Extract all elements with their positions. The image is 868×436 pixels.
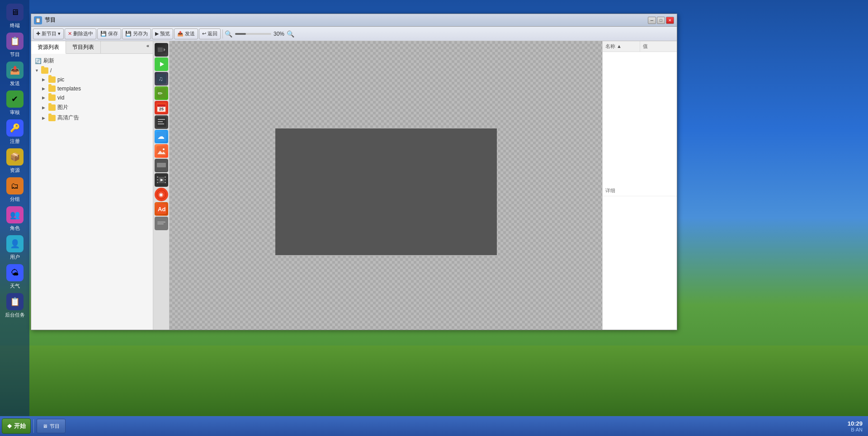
tree-label-vid: vid: [57, 95, 64, 101]
roles-icon: 👥: [6, 206, 24, 223]
zoom-slider[interactable]: [235, 33, 271, 35]
sidebar-item-assets[interactable]: 📦 资源: [2, 147, 28, 175]
sidebar-item-groups[interactable]: 🗂 分组: [2, 176, 28, 204]
svg-text:25: 25: [159, 107, 164, 111]
svg-text:Ad: Ad: [158, 206, 165, 213]
send-toolbar-button[interactable]: 📤 发送: [174, 28, 198, 39]
save-button[interactable]: 💾 保存: [97, 28, 121, 39]
svg-text:♫: ♫: [158, 75, 163, 82]
tool-weather[interactable]: ☁: [155, 130, 168, 143]
title-bar: 📋 节目 ─ □ ✕: [31, 14, 677, 27]
tree-item-images[interactable]: ▶ 图片: [31, 102, 153, 113]
zoom-icon-minus[interactable]: 🔍: [225, 30, 232, 38]
groups-icon: 🗂: [6, 177, 24, 194]
sidebar-item-send[interactable]: 📤 发送: [2, 60, 28, 88]
program-icon: 📋: [6, 33, 24, 50]
sidebar-item-roles[interactable]: 👥 角色: [2, 205, 28, 233]
detail-label: 详细: [603, 185, 677, 196]
review-icon: ✔: [6, 90, 24, 108]
sidebar-item-register[interactable]: 🔑 注册: [2, 118, 28, 146]
svg-rect-38: [157, 222, 165, 223]
panel-collapse-button[interactable]: «: [143, 41, 153, 53]
taskbar-window-label: 节目: [50, 423, 60, 430]
refresh-label: 刷新: [43, 57, 54, 65]
folder-icon-pic: [48, 76, 56, 83]
tree-item-vid[interactable]: ▶ vid: [31, 93, 153, 102]
back-button[interactable]: ↩ 返回: [199, 28, 221, 39]
svg-rect-23: [157, 163, 166, 167]
tool-photo[interactable]: [155, 144, 168, 158]
saveas-button[interactable]: 💾 另存为: [122, 28, 151, 39]
start-button[interactable]: ❖ 开始: [2, 418, 31, 434]
tool-red-round[interactable]: ◉: [155, 188, 168, 201]
zoom-icon-plus[interactable]: 🔍: [287, 30, 294, 38]
sidebar-label-weather: 天气: [10, 283, 20, 289]
sidebar-item-program[interactable]: 📋 节目: [2, 31, 28, 59]
sidebar-label-terminal: 终端: [10, 22, 20, 29]
content-area: 资源列表 节目列表 « 🔄 刷新 ▼ / ▶: [31, 41, 677, 330]
right-panel-content: [603, 52, 677, 185]
tool-gray[interactable]: [155, 217, 168, 230]
tree-refresh[interactable]: 🔄 刷新: [31, 56, 153, 66]
refresh-icon: 🔄: [35, 58, 42, 64]
right-panel: 名称 ▲ 值 详细: [602, 41, 677, 330]
zoom-label: 30%: [272, 31, 286, 37]
sidebar-item-terminal[interactable]: 🖥 终端: [2, 2, 28, 30]
tree-item-templates[interactable]: ▶ templates: [31, 84, 153, 93]
tool-music[interactable]: ♫: [155, 72, 168, 85]
window-controls: ─ □ ✕: [648, 17, 674, 24]
sidebar-item-tasks[interactable]: 📋 后台任务: [2, 292, 28, 320]
tool-film[interactable]: [155, 173, 168, 187]
taskbar-window-button[interactable]: 🖥 节目: [37, 419, 66, 433]
svg-rect-26: [157, 179, 158, 180]
tab-playlist[interactable]: 节目列表: [66, 41, 101, 53]
new-icon: ✚: [36, 31, 40, 37]
tool-gauge[interactable]: [155, 115, 168, 129]
tree-item-root[interactable]: ▼ /: [31, 66, 153, 75]
tree-item-pic[interactable]: ▶ pic: [31, 75, 153, 84]
tool-video[interactable]: [155, 43, 168, 57]
folder-icon-root: [41, 67, 48, 74]
tool-play[interactable]: [155, 57, 168, 71]
right-panel-detail-content: [603, 196, 677, 330]
taskbar-separator: [33, 419, 34, 433]
canvas-area[interactable]: [170, 41, 602, 330]
svg-rect-29: [165, 179, 166, 180]
back-icon: ↩: [202, 31, 206, 37]
sidebar-label-users: 用户: [10, 254, 20, 261]
tree-label-images: 图片: [57, 104, 68, 111]
tree-label-templates: templates: [57, 85, 81, 92]
sidebar-item-review[interactable]: ✔ 审核: [2, 89, 28, 117]
sidebar-label-groups: 分组: [10, 196, 20, 203]
tree-item-hd-ads[interactable]: ▶ 高清广告: [31, 113, 153, 123]
tool-screen[interactable]: [155, 159, 168, 172]
sidebar-item-weather[interactable]: 🌤 天气: [2, 263, 28, 291]
window-title: 节目: [45, 16, 648, 24]
file-tree: 🔄 刷新 ▼ / ▶ pic ▶: [31, 54, 153, 330]
window-icon: 📋: [34, 16, 42, 24]
brand-label: B·AN: [848, 427, 863, 432]
close-button[interactable]: ✕: [666, 17, 674, 24]
tab-resources[interactable]: 资源列表: [31, 41, 66, 54]
folder-icon-vid: [48, 95, 56, 101]
svg-rect-39: [157, 223, 164, 224]
taskbar: ❖ 开始 🖥 节目 10:29 B·AN: [0, 416, 868, 436]
maximize-button[interactable]: □: [657, 17, 665, 24]
left-sidebar: 🖥 终端 📋 节目 📤 发送 ✔ 审核 🔑 注册 📦 资源 🗂 分组 👥 角色 …: [0, 0, 29, 416]
tree-label-hd-ads: 高清广告: [57, 114, 79, 122]
new-program-button[interactable]: ✚ 新节目 ▾: [33, 28, 64, 39]
delete-icon: ✕: [68, 31, 72, 37]
sidebar-label-review: 审核: [10, 109, 20, 116]
tool-ad[interactable]: Ad: [155, 202, 168, 216]
minimize-button[interactable]: ─: [648, 17, 656, 24]
preview-button[interactable]: ▶ 预览: [152, 28, 173, 39]
tool-calendar[interactable]: 25: [155, 101, 168, 114]
tool-edit[interactable]: ✏: [155, 86, 168, 100]
left-panel: 资源列表 节目列表 « 🔄 刷新 ▼ / ▶: [31, 41, 153, 330]
delete-button[interactable]: ✕ 删除选中: [65, 28, 96, 39]
canvas-content: [275, 128, 497, 255]
zoom-control: [235, 33, 271, 35]
sidebar-item-users[interactable]: 👤 用户: [2, 234, 28, 262]
toolbar-separator: [222, 29, 223, 38]
right-panel-header: 名称 ▲ 值: [603, 41, 677, 52]
